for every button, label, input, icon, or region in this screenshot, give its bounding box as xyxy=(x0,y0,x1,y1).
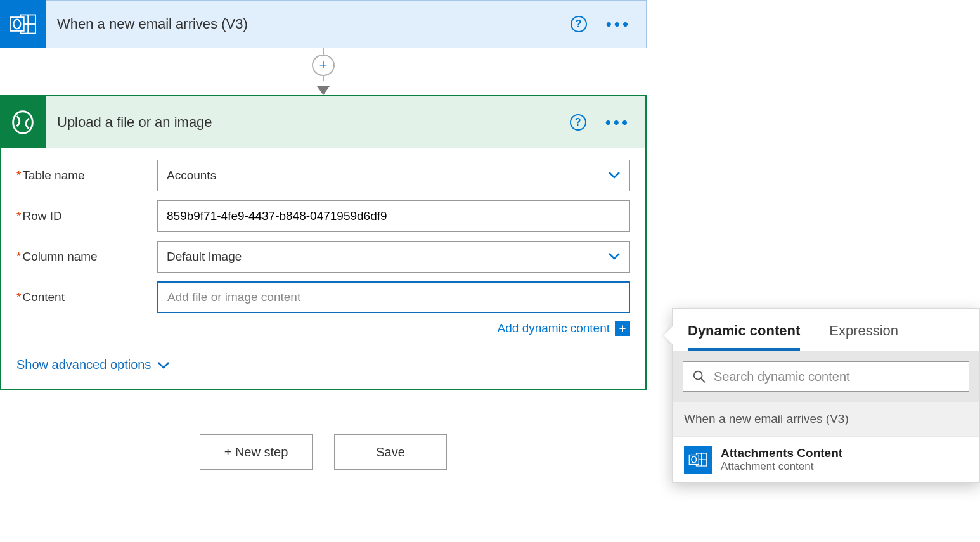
save-button[interactable]: Save xyxy=(334,434,447,470)
dynamic-item-title: Attachments Content xyxy=(721,446,842,460)
outlook-icon xyxy=(0,0,46,48)
action-header[interactable]: Upload a file or an image ? ••• xyxy=(1,96,645,148)
content-label: *Content xyxy=(16,290,157,304)
dynamic-group-header: When a new email arrives (V3) xyxy=(673,402,979,436)
add-dynamic-content-link[interactable]: Add dynamic content xyxy=(498,321,610,335)
tab-dynamic-content[interactable]: Dynamic content xyxy=(688,316,800,351)
column-name-value: Default Image xyxy=(167,250,242,264)
new-step-button[interactable]: + New step xyxy=(200,434,313,470)
content-field[interactable] xyxy=(167,290,620,304)
content-input[interactable] xyxy=(157,281,630,313)
show-advanced-options-link[interactable]: Show advanced options xyxy=(16,358,630,372)
trigger-card[interactable]: When a new email arrives (V3) ? ••• xyxy=(0,0,647,48)
chevron-down-icon xyxy=(157,361,170,370)
insert-step-button[interactable]: + xyxy=(312,55,335,77)
panel-pointer xyxy=(664,326,673,344)
row-id-field[interactable] xyxy=(167,209,621,223)
dataverse-icon xyxy=(0,96,46,148)
outlook-icon xyxy=(684,446,712,474)
action-title: Upload a file or an image xyxy=(46,114,570,131)
more-icon[interactable]: ••• xyxy=(606,21,631,27)
chevron-down-icon xyxy=(608,250,621,264)
table-name-select[interactable]: Accounts xyxy=(157,160,630,191)
trigger-title: When a new email arrives (V3) xyxy=(46,16,571,32)
chevron-down-icon xyxy=(608,169,621,183)
help-icon[interactable]: ? xyxy=(570,114,586,131)
search-icon xyxy=(692,370,706,384)
dynamic-search[interactable] xyxy=(683,361,969,392)
dynamic-item-subtitle: Attachment content xyxy=(721,460,842,473)
tab-expression[interactable]: Expression xyxy=(829,316,898,351)
row-id-label: *Row ID xyxy=(16,209,157,223)
add-dynamic-content-button[interactable]: + xyxy=(615,321,630,336)
help-icon[interactable]: ? xyxy=(571,16,587,32)
connector: + xyxy=(0,48,647,95)
table-name-value: Accounts xyxy=(167,169,216,183)
dynamic-content-panel: Dynamic content Expression When a new em… xyxy=(672,308,980,483)
table-name-label: *Table name xyxy=(16,169,157,183)
row-id-input[interactable] xyxy=(157,200,630,232)
svg-point-5 xyxy=(694,371,702,380)
dynamic-item-attachments-content[interactable]: Attachments Content Attachment content xyxy=(673,436,979,482)
svg-line-6 xyxy=(701,378,705,382)
more-icon[interactable]: ••• xyxy=(605,119,630,126)
action-card: Upload a file or an image ? ••• *Table n… xyxy=(0,95,647,390)
arrow-down-icon xyxy=(317,86,330,95)
dynamic-search-input[interactable] xyxy=(714,370,960,384)
column-name-select[interactable]: Default Image xyxy=(157,241,630,273)
column-name-label: *Column name xyxy=(16,250,157,264)
